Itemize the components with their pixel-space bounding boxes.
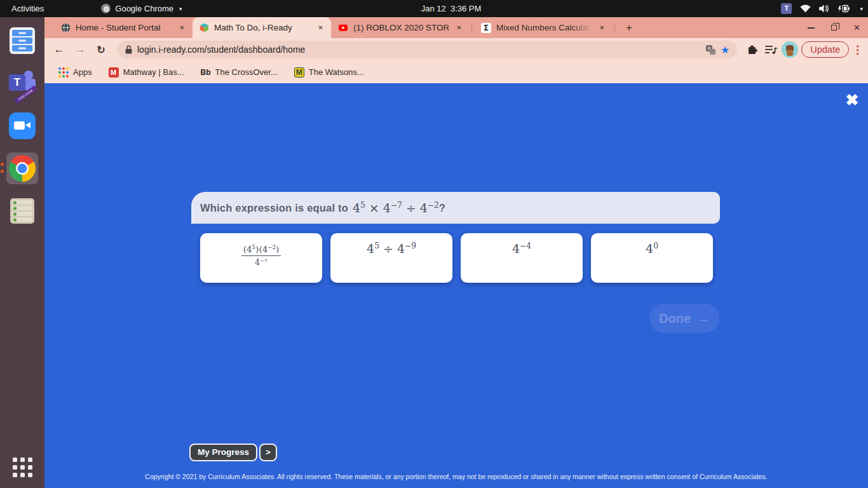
my-progress-button[interactable]: My Progress [189,444,257,461]
bookmark-mathway[interactable]: M Mathway | Bas... [109,67,193,78]
option-expression: 40 [646,241,658,255]
globe-icon [61,23,71,32]
chrome-window: Home - Student Portal ✕ Math To Do, i-Re… [44,17,868,488]
done-button[interactable]: Done → [649,304,719,333]
profile-avatar[interactable] [782,41,798,58]
reload-button[interactable]: ↻ [92,41,110,58]
dock-item-zoom[interactable] [6,110,38,142]
bookmark-label: Apps [73,67,92,77]
running-indicator-dot [1,163,4,166]
lock-icon [125,45,132,54]
show-applications-button[interactable] [6,451,38,483]
chrome-app-icon [101,4,111,13]
bookmarks-bar: Apps M Mathway | Bas... Bb The CrossOver… [44,61,868,83]
dock-item-teams[interactable]: T PREVIEW [6,67,38,99]
back-button[interactable]: ← [50,41,68,58]
dock-item-tasks[interactable] [6,195,38,227]
question-mark: ? [439,202,445,214]
close-window-icon[interactable]: ✕ [853,23,860,32]
translate-icon[interactable]: a [706,45,715,55]
microsoft-teams-icon: T PREVIEW [9,71,36,96]
wifi-icon [800,4,811,13]
app-menu-label: Google Chrome [115,4,173,13]
bookmark-label: Mathway | Bas... [123,67,184,77]
bookmark-star-icon[interactable]: ★ [721,44,729,56]
bookmark-watsons[interactable]: M The Watsons... [294,67,372,78]
files-icon [10,27,35,54]
tab-close-icon[interactable]: ✕ [177,22,187,33]
question-bar: Which expression is equal to 45 × 4−7 ÷ … [191,192,720,224]
url-text: login.i-ready.com/student/dashboard/home [137,44,305,55]
option-expression: 4−4 [512,241,531,255]
copyright-text: Copyright © 2021 by Curriculum Associate… [44,473,868,480]
tab-strip: Home - Student Portal ✕ Math To Do, i-Re… [44,17,868,38]
bookmark-label: The CrossOver... [215,67,278,77]
tasks-list-icon [10,198,34,224]
browser-menu-icon[interactable]: ⋮ [852,43,862,57]
volume-icon [819,4,829,13]
dock-item-files[interactable] [6,25,38,57]
playlist-icon[interactable] [763,42,778,57]
answer-option-1[interactable]: (45)(4−2) 4−7 [200,233,322,283]
mathway-icon: M [109,67,119,78]
tab-close-icon[interactable]: ✕ [315,22,326,33]
tab-close-icon[interactable]: ✕ [597,22,607,33]
blackboard-icon: Bb [201,67,211,78]
new-tab-button[interactable]: + [621,22,637,34]
option-expression: 45 ÷ 4−9 [367,241,416,255]
minimize-icon[interactable] [808,27,815,29]
tab-title: Home - Student Portal [76,23,172,32]
battery-icon [837,4,850,13]
question-expression: 45 × 4−7 ÷ 4−2 [353,201,439,215]
watsons-icon: M [294,67,304,78]
app-menu[interactable]: Google Chrome ▾ [101,4,182,13]
chevron-down-icon: ▾ [179,6,182,12]
teams-tray-icon: T [781,3,792,14]
tab-separator [614,23,615,32]
app-grid-icon [13,458,32,477]
arrow-right-icon: → [696,311,710,326]
restore-icon[interactable] [831,25,837,30]
progress-expand-button[interactable]: > [259,444,277,461]
running-indicator-dot [1,170,4,173]
answer-option-2[interactable]: 45 ÷ 4−9 [330,233,452,283]
zoom-icon [9,112,36,139]
chevron-down-icon: ▾ [860,6,863,12]
tab-calculator[interactable]: Σ Mixed Numbers Calculato ✕ [474,17,613,38]
apps-grid-icon [58,67,69,78]
close-lesson-icon[interactable]: ✖ [841,89,863,111]
update-button[interactable]: Update [801,41,849,58]
extensions-icon[interactable] [745,42,760,57]
tab-student-portal[interactable]: Home - Student Portal ✕ [54,17,193,38]
bookmark-crossover[interactable]: Bb The CrossOver... [201,67,286,78]
browser-toolbar: ← → ↻ login.i-ready.com/student/dashboar… [44,38,868,61]
sigma-icon: Σ [481,23,491,33]
window-controls: ✕ [808,17,860,38]
dock: T PREVIEW [0,17,44,488]
forward-button[interactable]: → [71,41,89,58]
desktop: Activities Google Chrome ▾ Jan 12 3:36 P… [0,0,868,488]
tab-separator [471,23,472,32]
tab-iready[interactable]: Math To Do, i-Ready ✕ [193,17,331,38]
iready-cube-icon [200,23,209,32]
youtube-icon [338,23,348,32]
answer-option-3[interactable]: 4−4 [461,233,583,283]
answer-option-4[interactable]: 40 [591,233,713,283]
system-tray[interactable]: T ▾ [781,0,863,17]
answer-options: (45)(4−2) 4−7 45 ÷ 4−9 4−4 40 [200,233,713,283]
ubuntu-top-bar: Activities Google Chrome ▾ Jan 12 3:36 P… [0,0,868,17]
tab-youtube[interactable]: (1) ROBLOX 2020 STORY... ✕ [331,17,470,38]
done-label: Done [659,311,691,326]
dock-item-chrome[interactable] [6,152,38,184]
address-bar[interactable]: login.i-ready.com/student/dashboard/home… [118,41,737,58]
google-chrome-icon [9,155,36,182]
fraction-expression: (45)(4−2) 4−7 [241,241,281,267]
bookmark-label: The Watsons... [309,67,364,77]
my-progress-control: My Progress > [189,444,277,461]
apps-shortcut[interactable]: Apps [58,67,100,78]
tab-close-icon[interactable]: ✕ [454,22,465,33]
activities-button[interactable]: Activities [0,0,55,17]
tab-title: Math To Do, i-Ready [214,23,310,32]
iready-lesson-page: ✖ Which expression is equal to 45 × 4−7 … [44,83,868,488]
clock[interactable]: Jan 12 3:36 PM [407,4,496,13]
